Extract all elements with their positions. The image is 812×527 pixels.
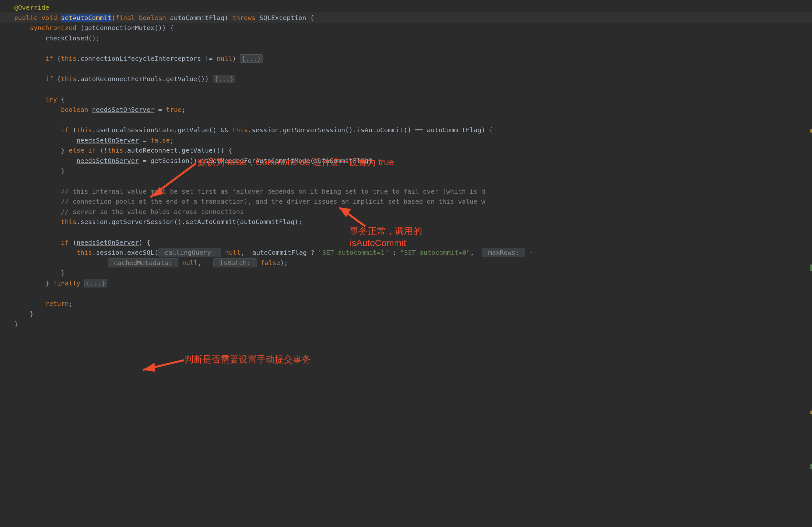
scrollbar-gutter[interactable]	[809, 0, 812, 527]
kw-public: public	[14, 14, 38, 22]
kw-synchronized: synchronized	[14, 24, 77, 32]
annotation-label-isautocommit-2: isAutoCommit	[350, 236, 406, 250]
fold-region[interactable]: {...}	[240, 54, 262, 63]
gutter-mark-warning[interactable]	[810, 411, 812, 414]
comment: // this internal value must be set first…	[14, 187, 485, 195]
fold-region[interactable]: {...}	[213, 75, 235, 83]
kw-void: void	[41, 14, 57, 22]
annotation-override: @Override	[14, 3, 49, 11]
arrow-icon	[139, 356, 191, 375]
arrow-icon	[144, 162, 205, 204]
annotation-label-default-false: 默认为 false，Commons-db 组件统一设置为 true	[198, 155, 394, 169]
comment: // server so the value holds across conn…	[14, 208, 244, 216]
method-name[interactable]: setAutoCommit	[61, 14, 112, 22]
gutter-mark-warning[interactable]	[810, 129, 812, 132]
annotation-label-check-manual-commit: 判断是否需要设置手动提交事务	[184, 352, 311, 366]
inlay-hint: cachedMetadata:	[108, 258, 178, 267]
inlay-hint: isBatch:	[213, 258, 257, 267]
fold-region[interactable]: {...}	[84, 279, 107, 287]
code-editor[interactable]: @Override public void setAutoCommit(fina…	[0, 0, 812, 527]
gutter-mark-ok[interactable]	[810, 464, 812, 469]
inlay-hint: maxRows:	[482, 248, 525, 257]
comment: // connection pools at the end of a tran…	[14, 198, 485, 205]
inlay-hint: callingQuery:	[158, 248, 221, 257]
svg-marker-2	[143, 363, 155, 372]
gutter-mark-ok[interactable]	[810, 265, 812, 271]
